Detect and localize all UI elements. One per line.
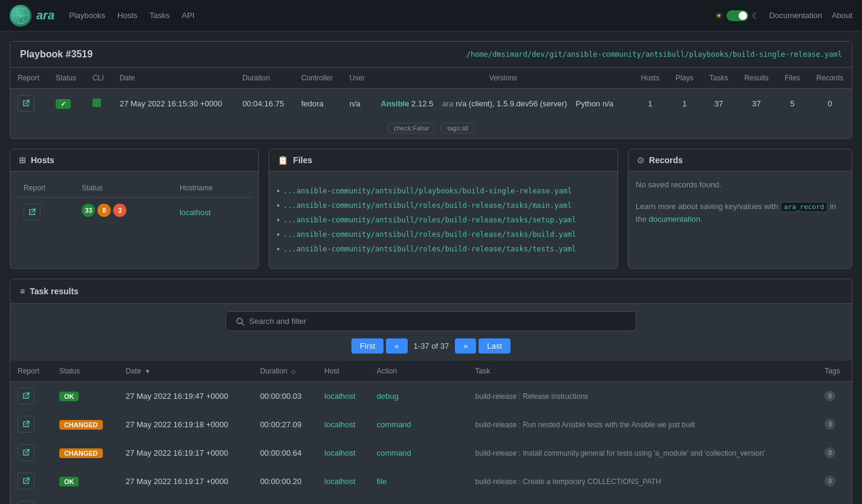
pagination-prev[interactable]: « bbox=[386, 338, 407, 354]
host-report-btn bbox=[18, 198, 76, 227]
task-results-icon: ≡ bbox=[20, 286, 25, 296]
task-host-link-2[interactable]: localhost bbox=[324, 448, 355, 457]
bullet-icon-2: • bbox=[276, 215, 279, 225]
task-row: CHANGED 27 May 2022 16:19:18 +0000 00:00… bbox=[10, 410, 852, 439]
task-task-3: build-release : Create a temporary COLLE… bbox=[468, 467, 818, 496]
pagination-next[interactable]: » bbox=[455, 338, 476, 354]
nav-playbooks[interactable]: Playbooks bbox=[69, 11, 105, 20]
task-date-2: 27 May 2022 16:19:17 +0000 bbox=[119, 439, 253, 467]
records-doc-link[interactable]: documentation bbox=[649, 215, 700, 224]
host-link-button[interactable] bbox=[24, 204, 41, 221]
file-link-1[interactable]: ...ansible-community/antsibull/roles/bui… bbox=[283, 201, 572, 210]
task-results-table: Report Status Date ▼ Duration ◇ bbox=[10, 361, 852, 504]
file-link-4[interactable]: ...ansible-community/antsibull/roles/bui… bbox=[283, 245, 576, 253]
theme-toggle[interactable] bbox=[726, 10, 748, 21]
task-col-tags: Tags bbox=[817, 361, 852, 382]
playbook-versions: Ansible 2.12.5 ara n/a (client), 1.5.9.d… bbox=[374, 89, 633, 118]
col-records: Records bbox=[808, 68, 852, 89]
task-action-link-3[interactable]: file bbox=[377, 477, 387, 486]
task-link-button-2[interactable] bbox=[18, 444, 34, 461]
hosts-icon: ⊞ bbox=[19, 155, 26, 165]
task-host-link-0[interactable]: localhost bbox=[324, 392, 355, 401]
task-status-0: OK bbox=[52, 382, 119, 410]
task-action-link-2[interactable]: command bbox=[377, 448, 411, 457]
nav-right: ☀ ☾ Documentation About bbox=[715, 10, 852, 21]
navbar: ara Playbooks Hosts Tasks API ☀ ☾ Docume… bbox=[0, 0, 862, 31]
task-report-btn bbox=[10, 439, 52, 467]
file-link-0[interactable]: ...ansible-community/antsibull/playbooks… bbox=[283, 187, 572, 195]
moon-icon: ☾ bbox=[752, 11, 760, 21]
task-col-status: Status bbox=[52, 361, 119, 382]
hosts-col-status: Status bbox=[76, 179, 174, 198]
files-card: 📋 Files • ...ansible-community/antsibull… bbox=[269, 149, 618, 269]
task-date-1: 27 May 2022 16:19:18 +0000 bbox=[119, 410, 253, 439]
task-tags-badge-0: 0 bbox=[824, 390, 835, 401]
task-status-3: OK bbox=[52, 467, 119, 496]
task-action-4: ansible.builtin.assert bbox=[370, 496, 468, 505]
task-action-link-1[interactable]: command bbox=[377, 420, 411, 429]
task-row: OK 27 May 2022 16:19:17 +0000 00:00:00.2… bbox=[10, 467, 852, 496]
playbook-files-count: 5 bbox=[777, 89, 808, 118]
task-host-link-3[interactable]: localhost bbox=[324, 477, 355, 486]
task-name-0: build-release : Release instructions bbox=[475, 392, 589, 401]
ara-record-code: ara_record bbox=[780, 202, 828, 212]
playbook-card: Playbook #3519 /home/dmsimard/dev/git/an… bbox=[10, 41, 852, 139]
task-status-badge-0: OK bbox=[59, 392, 79, 401]
pagination-last[interactable]: Last bbox=[478, 338, 511, 354]
task-status-1: CHANGED bbox=[52, 410, 119, 439]
duration-sort-icon[interactable]: ◇ bbox=[291, 368, 296, 375]
task-task-2: build-release : Install community.genera… bbox=[468, 439, 818, 467]
records-icon: ⊙ bbox=[637, 155, 644, 165]
logo-icon bbox=[10, 5, 31, 27]
task-status-badge-1: CHANGED bbox=[59, 420, 103, 430]
search-filter-bar[interactable]: Search and filter bbox=[226, 311, 637, 331]
nav-documentation[interactable]: Documentation bbox=[769, 11, 822, 20]
sections-row: ⊞ Hosts Report Status Hostname bbox=[10, 149, 852, 269]
task-report-btn bbox=[10, 496, 52, 505]
task-link-button-0[interactable] bbox=[18, 387, 34, 404]
nav-about[interactable]: About bbox=[832, 11, 852, 20]
files-body: • ...ansible-community/antsibull/playboo… bbox=[269, 172, 617, 268]
hosts-col-hostname: Hostname bbox=[174, 179, 251, 198]
task-host-2: localhost bbox=[317, 439, 369, 467]
nav-tasks[interactable]: Tasks bbox=[149, 11, 169, 20]
date-sort-icon[interactable]: ▼ bbox=[145, 368, 151, 375]
svg-line-5 bbox=[241, 323, 244, 325]
task-col-host: Host bbox=[317, 361, 369, 382]
task-host-link-1[interactable]: localhost bbox=[324, 420, 355, 429]
task-link-button-1[interactable] bbox=[18, 416, 34, 433]
file-item-4: • ...ansible-community/antsibull/roles/b… bbox=[276, 242, 610, 256]
report-link-button[interactable] bbox=[18, 95, 34, 112]
badge-ok: 33 bbox=[82, 204, 95, 217]
task-action-link-0[interactable]: debug bbox=[377, 392, 399, 401]
tag-check[interactable]: check:False bbox=[387, 123, 436, 134]
pagination-info: 1-37 of 37 bbox=[410, 341, 453, 351]
task-col-duration: Duration ◇ bbox=[253, 361, 317, 382]
playbook-controller: fedora bbox=[294, 89, 342, 118]
ansible-label: Ansible bbox=[381, 99, 410, 108]
pagination-first[interactable]: First bbox=[351, 338, 384, 354]
playbook-hosts-count: 1 bbox=[633, 89, 667, 118]
file-link-3[interactable]: ...ansible-community/antsibull/roles/bui… bbox=[283, 230, 576, 239]
playbook-plays-count: 1 bbox=[668, 89, 702, 118]
nav-hosts[interactable]: Hosts bbox=[117, 11, 137, 20]
task-task-0: build-release : Release instructions bbox=[468, 382, 818, 410]
task-tags-badge-3: 0 bbox=[824, 476, 835, 486]
hosts-card: ⊞ Hosts Report Status Hostname bbox=[10, 149, 259, 269]
playbook-details-table: Report Status CLI Date Duration Controll… bbox=[10, 68, 852, 118]
col-files: Files bbox=[777, 68, 808, 89]
task-date-4: 27 May 2022 16:19:15 +0000 bbox=[119, 496, 253, 505]
task-results-header: ≡ Task results bbox=[10, 279, 852, 304]
task-tags-badge-1: 0 bbox=[824, 419, 835, 430]
playbook-row: ✓ 27 May 2022 16:15:30 +0000 00:04:16.75… bbox=[10, 89, 852, 118]
task-task-4: build-release : Validate that included c… bbox=[468, 496, 818, 505]
task-link-button-3[interactable] bbox=[18, 473, 34, 489]
records-card: ⊙ Records No saved records found. Learn … bbox=[628, 149, 852, 269]
tag-all[interactable]: tags:all bbox=[440, 123, 475, 134]
hostname-value: localhost bbox=[180, 208, 211, 217]
python-label: Python bbox=[576, 99, 600, 108]
col-status: Status bbox=[48, 68, 85, 89]
file-link-2[interactable]: ...ansible-community/antsibull/roles/bui… bbox=[283, 216, 576, 224]
nav-api[interactable]: API bbox=[181, 11, 194, 20]
task-link-button-4[interactable] bbox=[18, 501, 34, 504]
